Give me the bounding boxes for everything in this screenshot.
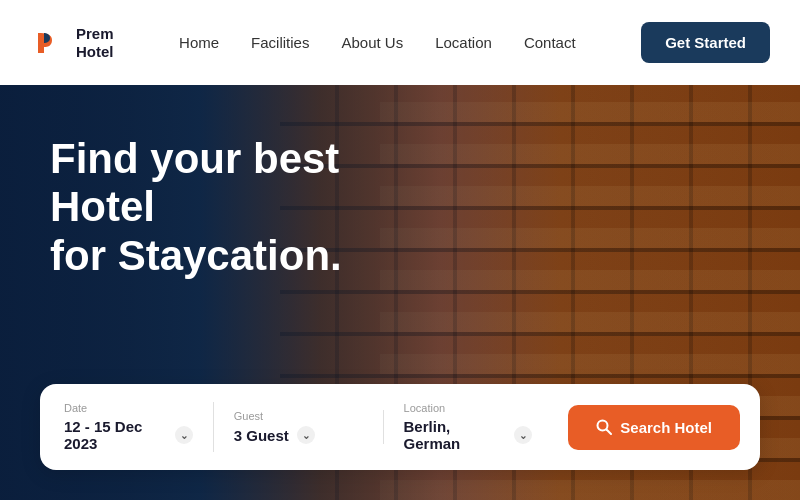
- location-value-row[interactable]: Berlin, German ⌄: [404, 418, 533, 452]
- nav-item-about[interactable]: About Us: [341, 34, 403, 52]
- search-bar: Date 12 - 15 Dec 2023 ⌄ Guest 3 Guest ⌄ …: [40, 384, 760, 470]
- navbar: Prem Hotel Home Facilities About Us Loca…: [0, 0, 800, 85]
- search-icon: [596, 419, 612, 435]
- location-field[interactable]: Location Berlin, German ⌄: [384, 402, 553, 452]
- nav-item-facilities[interactable]: Facilities: [251, 34, 309, 52]
- hero-section: Find your best Hotel for Staycation. Dat…: [0, 85, 800, 500]
- date-label: Date: [64, 402, 193, 414]
- logo[interactable]: Prem Hotel: [30, 25, 114, 61]
- guest-chevron-icon: ⌄: [297, 426, 315, 444]
- guest-value-row[interactable]: 3 Guest ⌄: [234, 426, 363, 444]
- nav-item-home[interactable]: Home: [179, 34, 219, 52]
- date-value: 12 - 15 Dec 2023: [64, 418, 167, 452]
- location-value: Berlin, German: [404, 418, 507, 452]
- location-chevron-icon: ⌄: [514, 426, 532, 444]
- date-chevron-icon: ⌄: [175, 426, 193, 444]
- search-button[interactable]: Search Hotel: [568, 405, 740, 450]
- date-value-row[interactable]: 12 - 15 Dec 2023 ⌄: [64, 418, 193, 452]
- nav-item-contact[interactable]: Contact: [524, 34, 576, 52]
- svg-line-2: [607, 430, 612, 435]
- hero-title: Find your best Hotel for Staycation.: [50, 135, 430, 280]
- guest-label: Guest: [234, 410, 363, 422]
- get-started-button[interactable]: Get Started: [641, 22, 770, 63]
- hero-content: Find your best Hotel for Staycation.: [50, 135, 430, 280]
- logo-icon: [30, 25, 66, 61]
- location-label: Location: [404, 402, 533, 414]
- nav-item-location[interactable]: Location: [435, 34, 492, 52]
- guest-field[interactable]: Guest 3 Guest ⌄: [214, 410, 384, 444]
- nav-links: Home Facilities About Us Location Contac…: [179, 34, 576, 52]
- guest-value: 3 Guest: [234, 427, 289, 444]
- date-field[interactable]: Date 12 - 15 Dec 2023 ⌄: [60, 402, 214, 452]
- logo-text: Prem Hotel: [76, 25, 114, 61]
